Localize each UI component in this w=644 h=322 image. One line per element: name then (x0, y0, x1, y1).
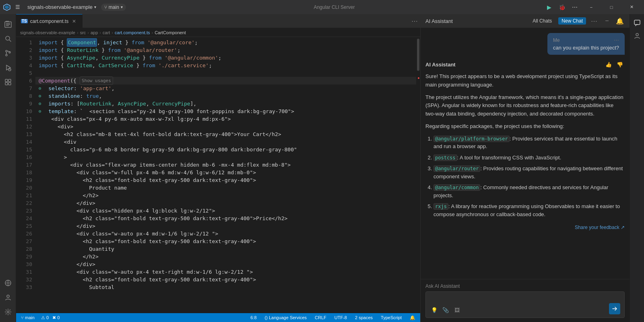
line-numbers: 1 2 3 4 5 6 7 8 9 10 11 12 13 14 15 16 1… (16, 37, 35, 313)
status-indent[interactable]: 2 spaces (353, 315, 374, 320)
branch-name: main (109, 4, 119, 10)
branch-pill[interactable]: ⑂ main ▾ (101, 4, 126, 11)
feedback-link[interactable]: Share your feedback ↗ (425, 225, 625, 230)
ai-send-button[interactable] (609, 303, 620, 314)
user-bubble: Me ⋯ can you explain this project? (547, 33, 625, 55)
activity-item-source-control[interactable] (1, 46, 15, 60)
activity-item-extensions[interactable] (1, 75, 15, 89)
svg-rect-23 (634, 20, 640, 25)
code-line-3: import { AsyncPipe, CurrencyPipe } from … (35, 54, 416, 62)
status-language-service[interactable]: () Language Services (263, 315, 309, 320)
app-icon (3, 4, 10, 11)
svg-rect-18 (8, 83, 11, 85)
activity-item-settings[interactable] (1, 305, 15, 319)
all-chats-button[interactable]: All Chats (529, 17, 555, 25)
ai-panel-header: AI Assistant All Chats New Chat ⋯ − 🔔 (421, 14, 630, 28)
ai-image-button[interactable]: 🖼 (452, 305, 461, 314)
status-errors[interactable]: ⚠ 0 ✖ 0 (39, 315, 62, 320)
tab-bar: TS cart.component.ts ✕ ⋯ (16, 14, 420, 28)
svg-point-22 (7, 311, 9, 313)
ai-package-5: rxjs: A library for reactive programming… (433, 202, 625, 218)
close-button[interactable]: ✕ (622, 0, 641, 14)
code-line-8: ⊙ standalone: true, (35, 92, 416, 100)
hamburger-menu[interactable]: ☰ (13, 3, 23, 11)
breadcrumb-project[interactable]: signals-observable-example (20, 30, 75, 35)
ai-panel: AI Assistant All Chats New Chat ⋯ − 🔔 Me… (420, 14, 630, 322)
more-actions-button[interactable]: ⋯ (569, 2, 580, 13)
activity-bar (0, 14, 16, 322)
code-line-2: import { RouterLink } from '@angular/rou… (35, 46, 416, 54)
svg-rect-4 (6, 23, 10, 24)
window-title-label: Angular CLI Server (128, 4, 540, 10)
breadcrumb-class[interactable]: CartComponent (155, 30, 186, 35)
code-editor[interactable]: import { Component, inject } from '@angu… (35, 37, 416, 313)
scrollbar-thumb (417, 39, 419, 71)
ai-name-label: AI Assistant (425, 62, 456, 68)
ai-attach-button[interactable]: 📎 (441, 305, 450, 314)
title-bar-right: ▶ 🐞 ⋯ − □ ✕ (543, 0, 641, 14)
code-line-31: <div class="w-auto px-4 text-right md:w-… (35, 268, 416, 276)
person-sidebar-icon[interactable] (632, 30, 643, 41)
editor-content[interactable]: 1 2 3 4 5 6 7 8 9 10 11 12 13 14 15 16 1… (16, 37, 420, 313)
code-line-1: import { Component, inject } from '@angu… (35, 39, 416, 46)
maximize-button[interactable]: □ (602, 0, 621, 14)
status-encoding[interactable]: UTF-8 (333, 315, 349, 320)
status-branch[interactable]: ⑂ main (19, 315, 36, 320)
ai-lightbulb-button[interactable]: 💡 (430, 305, 439, 314)
activity-item-run-debug[interactable] (1, 61, 15, 74)
activity-item-accounts[interactable] (1, 291, 15, 304)
status-bar-right: 6:8 () Language Services CRLF UTF-8 2 sp… (249, 315, 417, 320)
activity-item-remote[interactable] (1, 276, 15, 290)
ai-package-2: postcss: A tool for transforming CSS wit… (433, 154, 625, 162)
breadcrumb-cart[interactable]: cart (103, 30, 110, 35)
code-line-12: <div> (35, 123, 416, 130)
ai-message-header: AI Assistant 👍 👎 (425, 60, 625, 69)
code-line-7: ⊙ selector: 'app-cart', (35, 85, 416, 92)
status-line-endings[interactable]: CRLF (313, 315, 328, 320)
ai-input-field[interactable] (430, 295, 606, 303)
ai-chat-content: Me ⋯ can you explain this project? AI As… (421, 28, 630, 279)
project-name-label: signals-observable-example (27, 4, 93, 10)
activity-item-explorer[interactable] (1, 17, 15, 31)
chat-sidebar-icon[interactable] (632, 17, 643, 29)
breadcrumb-app[interactable]: app (91, 30, 98, 35)
ai-more-button[interactable]: ⋯ (589, 16, 599, 26)
code-line-25: </div> (35, 222, 416, 230)
editor-scrollbar[interactable] (416, 37, 420, 313)
svg-point-21 (7, 295, 9, 297)
breadcrumb-src[interactable]: src (80, 30, 86, 35)
code-line-26: <div class="w-auto px-4 md:w-1/6 lg:w-2/… (35, 230, 416, 237)
project-name-menu[interactable]: signals-observable-example ▾ (25, 3, 99, 11)
code-line-27: <h2 class="font-bold text-gray-500 dark:… (35, 237, 416, 245)
side-icons-panel (630, 14, 644, 322)
tab-filename: cart.component.ts (30, 19, 68, 24)
status-cursor[interactable]: 6:8 (249, 315, 258, 320)
ai-notification-button[interactable]: 🔔 (615, 16, 625, 26)
breadcrumb-file[interactable]: cart.component.ts (115, 30, 150, 35)
minimize-button[interactable]: − (582, 0, 601, 14)
ai-minimize-button[interactable]: − (602, 16, 612, 26)
status-notifications[interactable]: 🔔 (408, 315, 417, 320)
debug-button[interactable]: 🐞 (556, 2, 568, 13)
code-line-17: <div class="flex-wrap items-center hidde… (35, 161, 416, 169)
status-language[interactable]: TypeScript (379, 315, 403, 320)
activity-item-search[interactable] (1, 32, 15, 45)
tab-cart-component[interactable]: TS cart.component.ts ✕ (16, 14, 83, 28)
tab-more-button[interactable]: ⋯ (409, 14, 420, 28)
code-line-28: Quantity (35, 245, 416, 253)
tab-ts-icon: TS (21, 19, 28, 23)
code-line-9: ⊙ imports: [RouterLink, AsyncPipe, Curre… (35, 100, 416, 107)
ai-message-actions: 👍 👎 (604, 60, 625, 69)
user-message-header: Me ⋯ (553, 37, 619, 43)
user-message-text: can you explain this project? (553, 45, 619, 51)
new-chat-button[interactable]: New Chat (558, 17, 586, 25)
branch-icon: ⑂ (104, 4, 107, 10)
user-message-more[interactable]: ⋯ (614, 37, 619, 43)
show-usages-hint[interactable]: Show usages (80, 76, 113, 85)
run-button[interactable]: ▶ (543, 2, 555, 13)
code-line-6: @Component({Show usages (35, 77, 416, 85)
tab-close-button[interactable]: ✕ (71, 18, 77, 25)
ai-input-box: 💡 📎 🖼 (425, 291, 625, 318)
thumbs-up-button[interactable]: 👍 (604, 60, 613, 69)
thumbs-down-button[interactable]: 👎 (615, 60, 625, 69)
